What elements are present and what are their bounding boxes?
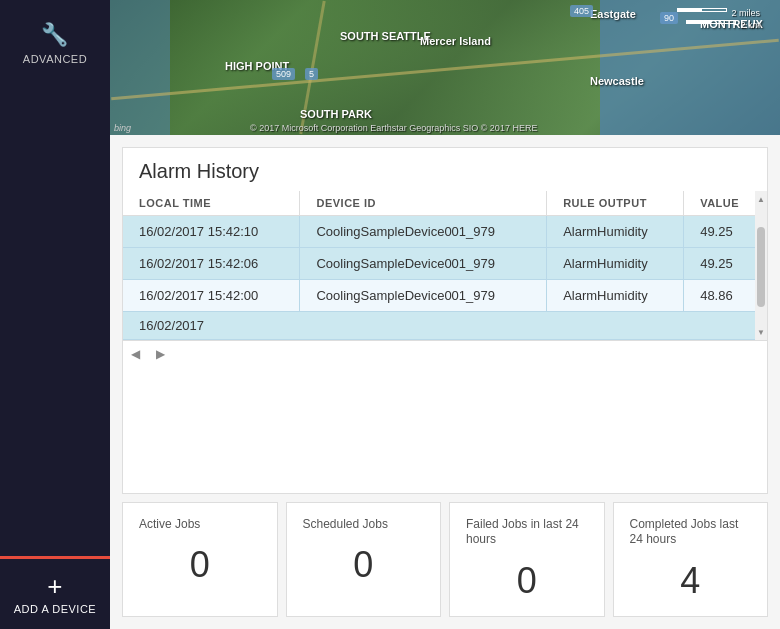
table-row: 16/02/2017 15:42:06 CoolingSampleDevice0… <box>123 248 767 280</box>
stat-card-failed-jobs: Failed Jobs in last 24 hours 0 <box>449 502 605 617</box>
cell-local-time: 16/02/2017 15:42:06 <box>123 248 300 280</box>
cell-device-id: CoolingSampleDevice001_979 <box>300 216 547 248</box>
map-label-newcastle: Newcastle <box>590 75 644 87</box>
col-rule-output: RULE OUTPUT <box>547 191 684 216</box>
map-badge-5: 5 <box>305 68 318 80</box>
scrollbar-thumb[interactable] <box>757 227 765 307</box>
alarm-history-title: Alarm History <box>123 148 767 191</box>
map-label-eastgate: Eastgate <box>590 8 636 20</box>
sidebar-item-label: ADVANCED <box>23 53 87 65</box>
alarm-history-section: Alarm History LOCAL TIME DEVICE ID RULE … <box>122 147 768 494</box>
add-device-button[interactable]: + ADD A DEVICE <box>0 559 110 629</box>
stat-card-scheduled-jobs: Scheduled Jobs 0 <box>286 502 442 617</box>
cell-device-id: CoolingSampleDevice001_979 <box>300 248 547 280</box>
map-copyright: © 2017 Microsoft Corporation Earthstar G… <box>250 123 537 133</box>
add-device-label: ADD A DEVICE <box>14 603 96 615</box>
map-label-south-park: SOUTH PARK <box>300 108 372 120</box>
bing-logo: bing <box>114 123 131 133</box>
table-row: 16/02/2017 15:42:10 CoolingSampleDevice0… <box>123 216 767 248</box>
cell-device-id: CoolingSampleDevice001_979 <box>300 280 547 312</box>
col-device-id: DEVICE ID <box>300 191 547 216</box>
scale-bar-km: 2 km <box>686 20 760 30</box>
alarm-table: LOCAL TIME DEVICE ID RULE OUTPUT VALUE 1… <box>123 191 767 312</box>
map-label-south-seattle: SOUTH SEATTLE <box>340 30 431 42</box>
partial-time: 16/02/2017 <box>139 318 204 333</box>
stat-value: 0 <box>466 560 588 602</box>
alarm-table-body: 16/02/2017 15:42:10 CoolingSampleDevice0… <box>123 216 767 312</box>
map-badge-90: 90 <box>660 12 678 24</box>
alarm-partial-row: 16/02/2017 <box>123 312 767 340</box>
map-badge-509: 509 <box>272 68 295 80</box>
stats-row: Active Jobs 0 Scheduled Jobs 0 Failed Jo… <box>122 502 768 617</box>
map-scale: 2 miles 2 km <box>677 8 760 30</box>
sidebar: 🔧 ADVANCED + ADD A DEVICE <box>0 0 110 629</box>
stat-value: 4 <box>630 560 752 602</box>
map-area: SOUTH SEATTLE HIGH POINT Mercer Island E… <box>110 0 780 135</box>
stat-value: 0 <box>139 544 261 586</box>
main-content: SOUTH SEATTLE HIGH POINT Mercer Island E… <box>110 0 780 629</box>
cell-rule-output: AlarmHumidity <box>547 280 684 312</box>
stat-label: Failed Jobs in last 24 hours <box>466 517 588 548</box>
cell-local-time: 16/02/2017 15:42:00 <box>123 280 300 312</box>
stat-label: Active Jobs <box>139 517 261 533</box>
col-local-time: LOCAL TIME <box>123 191 300 216</box>
table-nav: ◀ ▶ <box>123 340 767 367</box>
stat-card-active-jobs: Active Jobs 0 <box>122 502 278 617</box>
nav-next-arrow[interactable]: ▶ <box>148 345 173 363</box>
map-water-left <box>110 0 170 135</box>
stat-label: Scheduled Jobs <box>303 517 425 533</box>
sidebar-item-advanced[interactable]: 🔧 ADVANCED <box>0 10 110 77</box>
sidebar-bottom: + ADD A DEVICE <box>0 556 110 629</box>
scale-bar-miles: 2 miles <box>677 8 760 18</box>
wrench-icon: 🔧 <box>41 22 69 48</box>
content-area: Alarm History LOCAL TIME DEVICE ID RULE … <box>110 135 780 629</box>
map-badge-405: 405 <box>570 5 593 17</box>
nav-prev-arrow[interactable]: ◀ <box>123 345 148 363</box>
stat-label: Completed Jobs last 24 hours <box>630 517 752 548</box>
table-row: 16/02/2017 15:42:00 CoolingSampleDevice0… <box>123 280 767 312</box>
alarm-table-header-row: LOCAL TIME DEVICE ID RULE OUTPUT VALUE <box>123 191 767 216</box>
alarm-table-container: LOCAL TIME DEVICE ID RULE OUTPUT VALUE 1… <box>123 191 767 340</box>
map-label-mercer-island: Mercer Island <box>420 35 491 47</box>
scrollbar[interactable]: ▲ ▼ <box>755 191 767 340</box>
cell-rule-output: AlarmHumidity <box>547 216 684 248</box>
stat-card-completed-jobs: Completed Jobs last 24 hours 4 <box>613 502 769 617</box>
plus-icon: + <box>47 573 63 599</box>
map-background: SOUTH SEATTLE HIGH POINT Mercer Island E… <box>110 0 780 135</box>
cell-rule-output: AlarmHumidity <box>547 248 684 280</box>
scroll-up-arrow[interactable]: ▲ <box>755 191 767 207</box>
scroll-down-arrow[interactable]: ▼ <box>755 324 767 340</box>
cell-local-time: 16/02/2017 15:42:10 <box>123 216 300 248</box>
stat-value: 0 <box>303 544 425 586</box>
